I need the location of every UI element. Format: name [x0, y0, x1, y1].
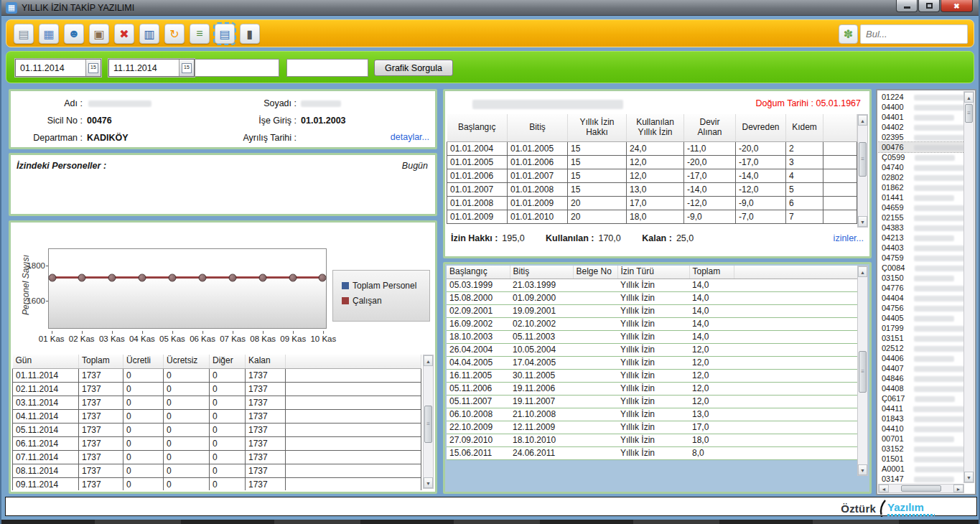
search-input[interactable]	[860, 24, 968, 44]
column-header[interactable]: Diğer	[210, 355, 246, 368]
delete-icon-button[interactable]: ✖	[114, 24, 134, 44]
column-header[interactable]: İzin Türü	[617, 266, 689, 279]
list-vertical-scrollbar[interactable]: ▲ ▼	[963, 91, 974, 483]
table-row[interactable]: 01.11.201417370001737	[13, 368, 421, 382]
column-header[interactable]: Gün	[13, 355, 79, 368]
table-row[interactable]: 02.09.200119.09.2001Yıllık İzin14,0	[447, 304, 859, 317]
table-row[interactable]: 15.06.201124.06.2011Yıllık İzin8,0	[447, 446, 859, 459]
table-row[interactable]: 01.01.200601.01.20071512,0-17,0-14,04	[447, 169, 857, 182]
personnel-list-item[interactable]: 03150	[878, 273, 964, 283]
table-row[interactable]: 16.09.200202.10.2002Yıllık İzin14,0	[447, 317, 859, 330]
personnel-list-item[interactable]: 03147	[878, 474, 964, 483]
scroll-thumb[interactable]	[901, 485, 941, 492]
table-row[interactable]: 08.11.201417370001737	[13, 464, 421, 477]
personnel-list-item[interactable]: 04410	[878, 424, 964, 434]
column-header[interactable]: Devir Alınan	[684, 114, 736, 141]
personnel-list-item[interactable]: 04402	[878, 122, 964, 132]
table-row[interactable]: 06.10.200821.10.2008Yıllık İzin13,0	[447, 408, 859, 421]
calendar-picker-button[interactable]: 15	[179, 60, 194, 76]
scroll-down-icon[interactable]: ▼	[964, 472, 974, 482]
column-header[interactable]: Toplam	[689, 266, 734, 279]
scroll-thumb[interactable]	[424, 406, 432, 443]
table-row[interactable]: 05.11.200619.11.2006Yıllık İzin12,0	[447, 382, 859, 395]
scroll-left-icon[interactable]: ◄	[879, 485, 889, 492]
scroll-down-icon[interactable]: ▼	[858, 216, 867, 227]
personnel-icon-button[interactable]: ☻	[64, 24, 84, 44]
column-header[interactable]: Yıllık İzin Hakkı	[568, 114, 627, 141]
izinler-link[interactable]: izinler...	[834, 233, 864, 243]
scroll-thumb[interactable]	[859, 351, 867, 393]
filter-input-3[interactable]	[195, 59, 279, 77]
personnel-list-item[interactable]: 01441	[878, 192, 964, 202]
maximize-button[interactable]	[918, 0, 940, 12]
table-row[interactable]: 05.03.199921.03.1999Yıllık İzin14,0	[447, 279, 859, 291]
personnel-list-item[interactable]: 03151	[878, 333, 964, 343]
table-row[interactable]: 04.04.200517.04.2005Yıllık İzin12,0	[447, 356, 859, 369]
personnel-list-item[interactable]: 01501	[878, 454, 964, 464]
column-header[interactable]: Kullanılan Yıllık İzin	[627, 114, 684, 141]
personnel-list-item[interactable]: 04846	[878, 373, 964, 383]
column-header[interactable]: Bitiş	[510, 266, 573, 279]
personnel-list-item[interactable]: 04408	[878, 383, 964, 393]
close-button[interactable]: ✖	[941, 0, 973, 12]
history-table-scrollbar[interactable]: ▲ ▼	[857, 266, 868, 476]
column-header[interactable]: Bitiş	[508, 114, 568, 141]
calendar-icon-button[interactable]: ▦	[39, 24, 59, 44]
personnel-list-item[interactable]: 04405	[878, 313, 964, 323]
scroll-up-icon[interactable]: ▲	[964, 92, 974, 103]
rights-table-scrollbar[interactable]: ▲ ▼	[857, 114, 868, 228]
table-row[interactable]: 05.11.201417370001737	[13, 423, 421, 436]
column-header[interactable]: Belge No	[573, 266, 617, 279]
scroll-up-icon[interactable]: ▲	[424, 355, 433, 366]
table-row[interactable]: 01.01.200801.01.20092017,0-12,0-9,06	[447, 196, 857, 210]
scroll-thumb[interactable]	[965, 104, 973, 123]
table-row[interactable]: 02.11.201417370001737	[13, 382, 421, 396]
column-header[interactable]: Ücretsiz	[164, 355, 210, 368]
report-icon-button[interactable]: ▤	[14, 24, 34, 44]
grafik-sorgula-button[interactable]: Grafik Sorgula	[374, 60, 453, 76]
scroll-right-icon[interactable]: ►	[953, 485, 963, 492]
table-row[interactable]: 03.11.201417370001737	[13, 396, 421, 409]
column-header[interactable]: Devreden	[736, 114, 786, 141]
minimize-button[interactable]	[896, 0, 918, 12]
personnel-list-item[interactable]: 01862	[878, 182, 964, 192]
table-row[interactable]: 01.01.200701.01.20081513,0-14,0-12,05	[447, 182, 857, 196]
refresh-icon-button[interactable]: ↻	[164, 24, 185, 44]
personnel-list-item[interactable]: 04404	[878, 293, 964, 303]
table-row[interactable]: 06.11.201417370001737	[13, 436, 421, 450]
personnel-list-item[interactable]: 02395	[878, 132, 964, 142]
table-row[interactable]: 22.10.200912.11.2009Yıllık İzin17,0	[447, 421, 859, 434]
personnel-list-item[interactable]: 04406	[878, 353, 964, 363]
filter-input-4[interactable]	[286, 59, 368, 77]
personnel-list-item[interactable]: 01843	[878, 413, 964, 424]
gear-icon[interactable]: ✽	[839, 24, 858, 44]
clipboard-icon-button[interactable]: ▣	[89, 24, 109, 44]
table-row[interactable]: 01.01.200401.01.20051524,0-11,0-20,02	[447, 141, 857, 155]
table-row[interactable]: 05.11.200719.11.2007Yıllık İzin12,0	[447, 395, 859, 408]
table-row[interactable]: 01.01.200901.01.20102018,0-9,0-7,07	[447, 210, 857, 223]
table-row[interactable]: 26.04.200410.05.2004Yıllık İzin12,0	[447, 343, 859, 356]
personnel-list-item[interactable]: 04659	[878, 202, 964, 212]
column-header[interactable]: Kıdem	[786, 114, 823, 141]
column-header[interactable]: Toplam	[79, 355, 123, 368]
daily-table-scrollbar[interactable]: ▲ ▼	[423, 355, 434, 489]
scroll-up-icon[interactable]: ▲	[858, 115, 867, 126]
personnel-list-item[interactable]: 01224	[878, 92, 964, 102]
report-list-icon-button[interactable]: ≡	[190, 24, 210, 44]
personnel-list-item[interactable]: 00701	[878, 434, 964, 444]
table-row[interactable]: 16.11.200530.11.2005Yıllık İzin12,0	[447, 369, 859, 382]
scroll-up-icon[interactable]: ▲	[858, 266, 867, 277]
table-row[interactable]: 18.10.200305.11.2003Yıllık İzin14,0	[447, 330, 859, 343]
personnel-list-item[interactable]: 01799	[878, 323, 964, 333]
personnel-list-item[interactable]: 04411	[878, 403, 964, 413]
calendar-picker-button[interactable]: 15	[85, 60, 101, 76]
date-from-field[interactable]: 01.11.2014 15	[15, 59, 101, 77]
table-row[interactable]: 09.11.201417370001737	[13, 477, 421, 490]
personnel-list-item[interactable]: 02155	[878, 212, 964, 223]
personnel-list-item[interactable]: 00476	[878, 142, 964, 152]
table-row[interactable]: 07.11.201417370001737	[13, 450, 421, 464]
personnel-list-item[interactable]: 04759	[878, 253, 964, 263]
personnel-list-item[interactable]: 02802	[878, 172, 964, 182]
column-header[interactable]: Başlangıç	[447, 114, 508, 141]
personnel-list-item[interactable]: 04383	[878, 223, 964, 233]
